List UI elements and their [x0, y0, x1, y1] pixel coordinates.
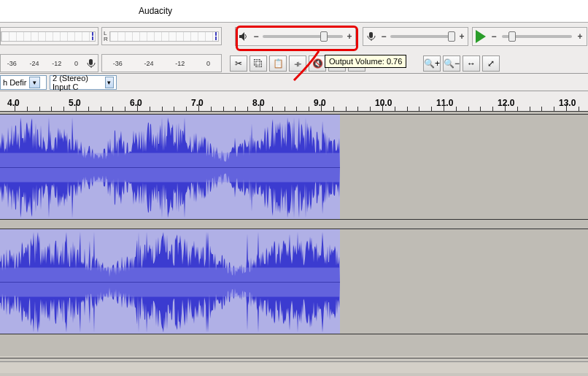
- slider-thumb[interactable]: [508, 31, 516, 42]
- audio-clip[interactable]: [0, 115, 340, 219]
- output-volume-slider[interactable]: − +: [235, 27, 356, 46]
- svg-rect-3: [369, 32, 373, 38]
- chevron-down-icon: ▾: [29, 77, 40, 88]
- timeline-label: 9.0: [314, 98, 326, 108]
- svg-rect-5: [0, 153, 340, 183]
- paste-button[interactable]: 📋: [269, 55, 287, 72]
- timeline-label: 8.0: [252, 98, 265, 108]
- plus-icon: +: [576, 31, 584, 42]
- timeline-label: 7.0: [191, 98, 204, 108]
- slider-thumb[interactable]: [448, 31, 455, 42]
- main-toolbar: L R -36 -24 -12 0 -36 -24 -12 0 −: [0, 23, 588, 74]
- mic-icon[interactable]: [85, 58, 98, 69]
- cut-button[interactable]: ✂: [230, 55, 247, 72]
- chevron-down-icon: ▾: [105, 77, 114, 88]
- input-volume-slider[interactable]: − +: [363, 27, 468, 46]
- svg-rect-6: [0, 268, 340, 297]
- svg-marker-2: [239, 32, 244, 41]
- status-bar: [0, 358, 588, 376]
- speed-slider-track[interactable]: [502, 35, 572, 38]
- trim-button[interactable]: ⟛: [289, 55, 306, 72]
- mic-icon: [365, 31, 377, 42]
- zoom-out-button[interactable]: 🔍−: [443, 55, 460, 72]
- slider-track[interactable]: [263, 35, 343, 38]
- audio-clip[interactable]: [0, 229, 340, 334]
- minus-icon: −: [490, 31, 498, 42]
- input-meter-scale: -36 -24 -12 0: [101, 54, 222, 72]
- input-meter[interactable]: L R: [101, 27, 222, 45]
- timeline-label: 5.0: [69, 98, 81, 108]
- fit-project-button[interactable]: ⤢: [482, 55, 500, 72]
- volume-tooltip: Output Volume: 0.76: [325, 55, 406, 68]
- timeline-label: 4.0: [7, 98, 20, 108]
- timeline-label: 11.0: [436, 98, 453, 108]
- app-title: Audacity: [139, 6, 172, 16]
- silence-button[interactable]: 🔇: [309, 55, 326, 72]
- channel-labels: L R: [104, 31, 108, 42]
- timeline-label: 10.0: [375, 98, 392, 108]
- minus-icon: −: [380, 31, 387, 42]
- svg-rect-0: [89, 59, 93, 65]
- timeline-label: 12.0: [498, 98, 514, 108]
- window-titlebar: Audacity: [0, 0, 588, 23]
- minus-icon: −: [252, 31, 260, 42]
- audio-track[interactable]: [0, 229, 588, 334]
- output-meter-scale: -36 -24 -12 0: [0, 54, 98, 72]
- plus-icon: +: [346, 31, 353, 42]
- device-toolbar: h Defir ▾ 2 (Stereo) Input C ▾: [0, 74, 588, 91]
- zoom-toolbar: 🔍+ 🔍− ↔ ⤢: [423, 54, 500, 72]
- zoom-in-button[interactable]: 🔍+: [423, 55, 441, 72]
- play-at-speed-group: − +: [472, 27, 587, 46]
- plus-icon: +: [458, 31, 465, 42]
- timeline-ruler[interactable]: 4.05.06.07.08.09.010.011.012.013.0: [0, 91, 588, 112]
- timeline-label: 6.0: [130, 98, 142, 108]
- input-channels-dropdown[interactable]: 2 (Stereo) Input C ▾: [50, 75, 117, 90]
- copy-button[interactable]: ⿻: [249, 55, 267, 72]
- fit-selection-button[interactable]: ↔: [463, 55, 480, 72]
- slider-thumb[interactable]: [320, 31, 328, 42]
- speaker-icon: [238, 31, 249, 42]
- tracks-area: [0, 112, 588, 356]
- slider-track[interactable]: [390, 35, 455, 38]
- audio-track[interactable]: [0, 114, 588, 220]
- recording-device-dropdown[interactable]: h Defir ▾: [0, 75, 47, 90]
- output-meter[interactable]: [0, 27, 98, 45]
- play-at-speed-button[interactable]: [476, 30, 486, 43]
- timeline-label: 13.0: [559, 98, 576, 108]
